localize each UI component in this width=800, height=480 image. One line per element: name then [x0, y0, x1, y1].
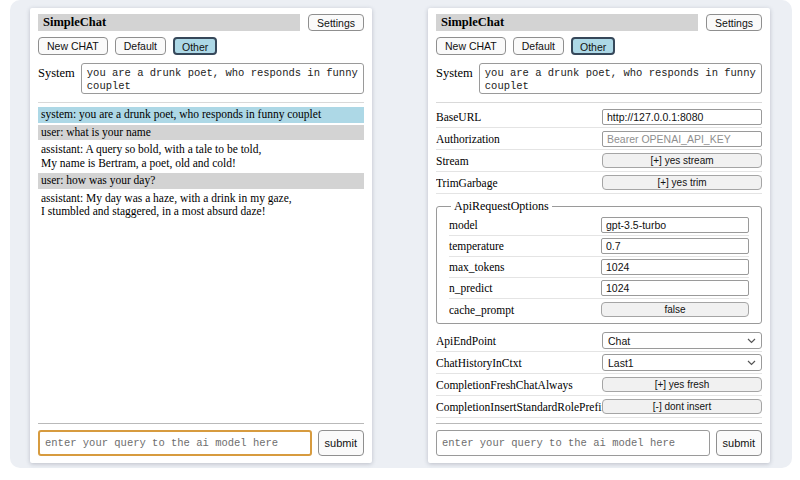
stream-toggle-button[interactable]: [+] yes stream	[602, 153, 762, 168]
max-tokens-label: max_tokens	[449, 261, 601, 273]
session-default-button[interactable]: Default	[115, 37, 166, 55]
system-divider	[38, 102, 364, 103]
chat-message-assistant: assistant: A query so bold, with a tale …	[38, 142, 364, 171]
system-prompt-textarea[interactable]: you are a drunk poet, who responds in fu…	[81, 63, 364, 94]
query-divider	[436, 423, 762, 424]
max-tokens-input[interactable]	[601, 259, 749, 275]
authorization-input[interactable]	[602, 131, 762, 147]
model-input[interactable]	[601, 217, 749, 233]
setting-row-trimgarbage: TrimGarbage [+] yes trim	[436, 172, 762, 194]
query-row: submit	[38, 430, 364, 456]
page: SimpleChat Settings New CHAT Default Oth…	[30, 8, 770, 463]
model-label: model	[449, 219, 601, 231]
title-row: SimpleChat Settings	[38, 14, 364, 31]
chat-message-user: user: what is your name	[38, 125, 364, 141]
system-prompt-textarea[interactable]: you are a drunk poet, who responds in fu…	[479, 63, 762, 94]
system-label: System	[38, 63, 75, 94]
submit-button[interactable]: submit	[318, 430, 364, 456]
session-other-button[interactable]: Other	[571, 37, 615, 55]
chat-message-system: system: you are a drunk poet, who respon…	[38, 107, 364, 123]
app-title: SimpleChat	[436, 14, 698, 31]
completion-role-prefix-toggle-button[interactable]: [-] dont insert	[602, 399, 762, 414]
setting-row-completion-role-prefix: CompletionInsertStandardRolePrefix [-] d…	[436, 396, 762, 418]
session-default-button[interactable]: Default	[513, 37, 564, 55]
authorization-label: Authorization	[436, 133, 602, 145]
system-prompt-row: System you are a drunk poet, who respond…	[38, 63, 364, 94]
system-divider	[436, 102, 762, 103]
baseurl-label: BaseURL	[436, 111, 602, 123]
trim-garbage-label: TrimGarbage	[436, 177, 602, 189]
api-request-options-fieldset: ApiRequestOptions model temperature max_…	[436, 199, 762, 324]
api-endpoint-label: ApiEndPoint	[436, 335, 602, 347]
api-endpoint-select[interactable]: Chat	[602, 332, 762, 349]
api-endpoint-selected-value: Chat	[608, 335, 630, 347]
query-input[interactable]	[38, 430, 312, 456]
temperature-label: temperature	[449, 240, 601, 252]
query-divider	[38, 423, 364, 424]
setting-row-chat-history: ChatHistoryInCtxt Last1	[436, 352, 762, 374]
setting-row-model: model	[449, 215, 749, 236]
settings-form: BaseURL Authorization Stream [+] yes str…	[436, 106, 762, 423]
chat-panel: SimpleChat Settings New CHAT Default Oth…	[30, 8, 372, 463]
query-input[interactable]	[436, 430, 710, 456]
system-prompt-row: System you are a drunk poet, who respond…	[436, 63, 762, 94]
title-row: SimpleChat Settings	[436, 14, 762, 31]
new-chat-button[interactable]: New CHAT	[436, 37, 506, 55]
settings-button[interactable]: Settings	[308, 14, 364, 31]
session-buttons-row: New CHAT Default Other	[436, 37, 762, 55]
completion-fresh-label: CompletionFreshChatAlways	[436, 379, 602, 391]
setting-row-temperature: temperature	[449, 236, 749, 257]
chat-message-user: user: how was your day?	[38, 173, 364, 189]
chat-history-label: ChatHistoryInCtxt	[436, 357, 602, 369]
setting-row-n-predict: n_predict	[449, 278, 749, 299]
chat-message-list: system: you are a drunk poet, who respon…	[38, 107, 364, 423]
app-title: SimpleChat	[38, 14, 300, 31]
query-row: submit	[436, 430, 762, 456]
api-request-options-legend: ApiRequestOptions	[451, 199, 552, 214]
submit-button[interactable]: submit	[716, 430, 762, 456]
new-chat-button[interactable]: New CHAT	[38, 37, 108, 55]
cache-prompt-label: cache_prompt	[449, 304, 601, 316]
setting-row-completion-fresh: CompletionFreshChatAlways [+] yes fresh	[436, 374, 762, 396]
settings-button[interactable]: Settings	[706, 14, 762, 31]
baseurl-input[interactable]	[602, 109, 762, 125]
setting-row-max-tokens: max_tokens	[449, 257, 749, 278]
session-other-button[interactable]: Other	[173, 37, 217, 55]
setting-row-stream: Stream [+] yes stream	[436, 150, 762, 172]
trim-garbage-toggle-button[interactable]: [+] yes trim	[602, 175, 762, 190]
stream-label: Stream	[436, 155, 602, 167]
chevron-down-icon	[747, 338, 756, 344]
setting-row-authorization: Authorization	[436, 128, 762, 150]
chat-message-assistant: assistant: My day was a haze, with a dri…	[38, 191, 364, 220]
temperature-input[interactable]	[601, 238, 749, 254]
setting-row-baseurl: BaseURL	[436, 106, 762, 128]
system-label: System	[436, 63, 473, 94]
session-buttons-row: New CHAT Default Other	[38, 37, 364, 55]
setting-row-api-endpoint: ApiEndPoint Chat	[436, 330, 762, 352]
n-predict-input[interactable]	[601, 280, 749, 296]
n-predict-label: n_predict	[449, 282, 601, 294]
settings-panel: SimpleChat Settings New CHAT Default Oth…	[428, 8, 770, 463]
setting-row-cache-prompt: cache_prompt false	[449, 299, 749, 320]
cache-prompt-toggle-button[interactable]: false	[601, 302, 749, 317]
chat-history-selected-value: Last1	[608, 357, 634, 369]
chat-history-select[interactable]: Last1	[602, 354, 762, 371]
chevron-down-icon	[747, 360, 756, 366]
completion-role-prefix-label: CompletionInsertStandardRolePrefix	[436, 401, 602, 413]
completion-fresh-toggle-button[interactable]: [+] yes fresh	[602, 377, 762, 392]
